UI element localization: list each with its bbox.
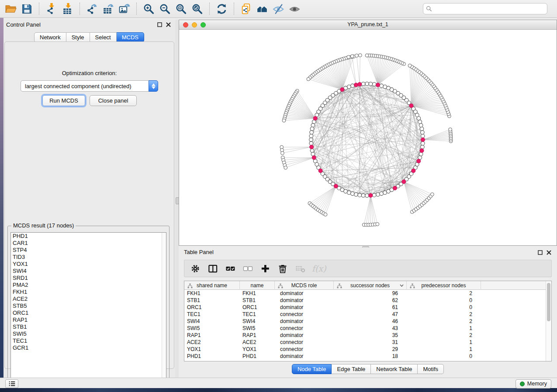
refresh-button[interactable] xyxy=(214,1,230,16)
tab-style[interactable]: Style xyxy=(66,32,90,42)
network-node[interactable] xyxy=(380,192,384,196)
leaf-node[interactable] xyxy=(408,64,412,67)
network-canvas[interactable] xyxy=(179,30,557,245)
mcds-hub-node[interactable] xyxy=(420,148,424,152)
mcds-hub-node[interactable] xyxy=(393,186,397,190)
network-node[interactable] xyxy=(421,141,425,145)
settings-button[interactable] xyxy=(190,263,201,274)
deselect-all-button[interactable] xyxy=(242,263,253,274)
mcds-result-item[interactable]: STB5 xyxy=(11,303,166,309)
network-node[interactable] xyxy=(310,131,314,134)
first-neighbors-button[interactable] xyxy=(254,1,270,16)
leaf-node[interactable] xyxy=(282,119,286,122)
leaf-node[interactable] xyxy=(449,128,452,131)
delete-column-button[interactable] xyxy=(277,263,288,274)
network-node[interactable] xyxy=(365,194,369,198)
export-network-button[interactable] xyxy=(84,1,100,16)
network-node[interactable] xyxy=(365,82,369,86)
table-row[interactable]: PHD1PHD1dominator180 xyxy=(184,353,546,360)
network-node[interactable] xyxy=(351,84,355,88)
tab-motifs[interactable]: Motifs xyxy=(418,364,444,374)
mcds-hub-node[interactable] xyxy=(417,159,421,163)
column-header-predecessor-nodes[interactable]: predecessor nodes xyxy=(407,281,481,290)
mcds-result-item[interactable]: RAP1 xyxy=(11,316,166,323)
memory-button[interactable]: Memory xyxy=(515,379,551,389)
mcds-hub-node[interactable] xyxy=(409,104,413,108)
mcds-hub-node[interactable] xyxy=(312,156,316,160)
network-node[interactable] xyxy=(309,138,313,142)
table-row[interactable]: TEC1TEC1connector472 xyxy=(184,311,546,318)
run-mcds-button[interactable]: Run MCDS xyxy=(42,95,85,106)
table-scrollbar-thumb[interactable] xyxy=(547,283,550,321)
search-box[interactable] xyxy=(423,3,547,14)
network-node[interactable] xyxy=(354,193,358,196)
mcds-result-item[interactable]: STP4 xyxy=(11,247,166,254)
mcds-hub-node[interactable] xyxy=(402,180,406,184)
close-panel-button[interactable]: Close panel xyxy=(90,95,137,106)
network-node[interactable] xyxy=(387,86,391,90)
mcds-hub-node[interactable] xyxy=(412,169,415,173)
zoom-selected-button[interactable] xyxy=(189,1,205,16)
network-node[interactable] xyxy=(311,152,315,156)
mcds-result-item[interactable]: CAR1 xyxy=(11,240,166,247)
table-row[interactable]: ACE2ACE2connector311 xyxy=(184,339,546,346)
network-node[interactable] xyxy=(419,124,423,127)
table-row[interactable]: RAP1RAP1dominator352 xyxy=(184,332,546,339)
leaf-node[interactable] xyxy=(350,55,354,58)
network-node[interactable] xyxy=(421,134,425,138)
column-header-successor-nodes[interactable]: successor nodes xyxy=(334,281,407,290)
network-node[interactable] xyxy=(418,120,422,124)
table-row[interactable]: STB1STB1dominator620 xyxy=(184,297,546,304)
network-node[interactable] xyxy=(347,85,351,89)
mcds-result-item[interactable]: FKH1 xyxy=(11,289,166,296)
network-node[interactable] xyxy=(310,149,314,153)
result-list-scrollbar[interactable] xyxy=(162,233,166,384)
mcds-hub-node[interactable] xyxy=(421,138,425,141)
leaf-node[interactable] xyxy=(347,55,350,59)
network-node[interactable] xyxy=(380,84,384,88)
network-node[interactable] xyxy=(383,85,387,89)
split-panel-button[interactable] xyxy=(207,263,218,274)
table-row[interactable]: SWI4SWI4dominator462 xyxy=(184,318,546,325)
tab-node-table[interactable]: Node Table xyxy=(292,364,332,374)
network-node[interactable] xyxy=(361,82,365,86)
network-node[interactable] xyxy=(309,141,313,145)
mcds-hub-node[interactable] xyxy=(358,83,362,86)
network-node[interactable] xyxy=(310,127,314,131)
open-session-button[interactable] xyxy=(3,1,19,16)
tab-edge-table[interactable]: Edge Table xyxy=(332,364,371,374)
mcds-result-item[interactable]: YOX1 xyxy=(11,261,166,268)
mcds-result-item[interactable]: PMA2 xyxy=(11,282,166,289)
tab-network[interactable]: Network xyxy=(34,32,66,42)
leaf-node[interactable] xyxy=(431,193,434,196)
mcds-hub-node[interactable] xyxy=(376,83,380,87)
mcds-result-item[interactable]: TID3 xyxy=(11,254,166,261)
task-history-button[interactable] xyxy=(5,379,18,388)
mcds-result-item[interactable]: GCR1 xyxy=(11,344,166,351)
import-table-button[interactable] xyxy=(59,1,76,16)
network-node[interactable] xyxy=(372,83,376,86)
network-node[interactable] xyxy=(369,82,373,86)
select-all-button[interactable] xyxy=(225,263,236,274)
save-session-button[interactable] xyxy=(19,1,35,16)
close-panel-icon[interactable] xyxy=(166,22,171,27)
close-table-panel-icon[interactable] xyxy=(547,250,551,255)
mcds-result-item[interactable]: TEC1 xyxy=(11,337,166,344)
leaf-node[interactable] xyxy=(365,54,369,57)
zoom-out-button[interactable] xyxy=(157,1,173,16)
table-scrollbar[interactable] xyxy=(546,281,551,361)
mcds-hub-node[interactable] xyxy=(369,193,373,197)
hide-selected-button[interactable] xyxy=(270,1,287,16)
float-panel-icon[interactable] xyxy=(157,22,162,27)
table-row[interactable]: SWI5SWI5connector431 xyxy=(184,325,546,332)
network-node[interactable] xyxy=(351,192,355,196)
tab-select[interactable]: Select xyxy=(90,32,117,42)
mcds-result-item[interactable]: ORC1 xyxy=(11,309,166,316)
float-table-panel-icon[interactable] xyxy=(538,250,543,255)
network-node[interactable] xyxy=(419,152,423,156)
mcds-hub-node[interactable] xyxy=(340,88,344,92)
column-header-MCDS-role[interactable]: MCDS role xyxy=(275,281,334,290)
network-node[interactable] xyxy=(347,191,351,195)
optimization-criterion-select[interactable]: largest connected component (undirected) xyxy=(21,80,158,92)
add-column-button[interactable] xyxy=(259,263,271,274)
